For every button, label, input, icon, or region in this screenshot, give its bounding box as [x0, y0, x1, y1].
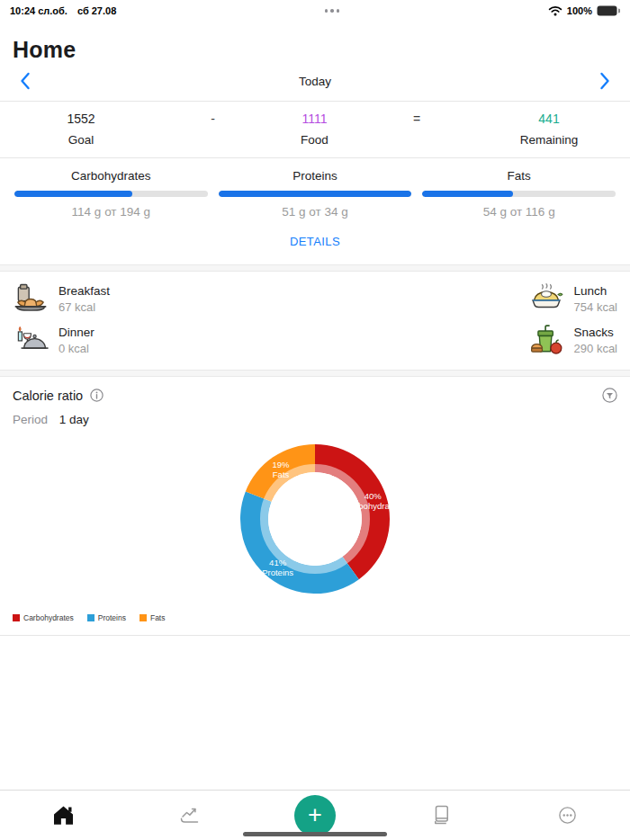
section-divider — [0, 264, 630, 272]
add-button[interactable]: + — [294, 795, 336, 836]
calorie-ratio-donut-chart: 40%Carbohydrates41%Proteins19%Fats — [226, 430, 404, 608]
tab-bar: + — [0, 790, 630, 840]
legend-swatch — [140, 614, 147, 621]
battery-percent: 100% — [567, 5, 592, 16]
fats-progress-bar — [422, 191, 616, 197]
battery-icon — [597, 5, 620, 16]
lunch-icon — [528, 281, 564, 316]
calorie-ratio-card: Calorie ratio Period 1 day 40%Carbohydra… — [0, 377, 630, 636]
calorie-summary: 1552 Goal - 1111 Food = 441 Remaining — [0, 102, 630, 158]
legend-swatch — [87, 614, 94, 621]
status-date: сб 27.08 — [77, 5, 116, 16]
food-value: 1111 — [264, 112, 365, 127]
meals-grid: Breakfast 67 kcal Lunch 754 kcal — [0, 272, 630, 370]
meal-breakfast[interactable]: Breakfast 67 kcal — [13, 281, 315, 316]
dinner-icon — [13, 323, 49, 357]
wifi-icon — [548, 5, 562, 16]
chart-settings-icon[interactable] — [602, 388, 617, 403]
donut-hole — [268, 472, 362, 566]
page-title: Home — [13, 37, 617, 63]
remaining-cell: 441 Remaining — [468, 112, 630, 147]
calorie-ratio-title: Calorie ratio — [13, 389, 83, 403]
meal-snacks[interactable]: Snacks 290 kcal — [315, 323, 617, 357]
tab-more[interactable] — [504, 791, 630, 840]
empty-area — [0, 636, 630, 790]
plus-icon: + — [308, 803, 322, 827]
legend-label: Carbohydrates — [23, 613, 74, 622]
breakfast-icon — [13, 281, 49, 316]
minus-operator: - — [162, 112, 264, 147]
proteins-progress-bar — [219, 191, 412, 197]
macro-progress-row: Carbohydrates 114 g от 194 g Proteins 51… — [0, 158, 630, 219]
period-value[interactable]: 1 day — [59, 413, 89, 426]
meal-dinner[interactable]: Dinner 0 kcal — [13, 323, 315, 357]
chevron-left-icon[interactable] — [20, 72, 31, 90]
current-date-label[interactable]: Today — [299, 75, 331, 88]
legend-item-fats: Fats — [140, 613, 166, 622]
legend-label: Proteins — [98, 613, 126, 622]
food-cell: 1111 Food — [264, 112, 365, 147]
meal-lunch[interactable]: Lunch 754 kcal — [315, 281, 617, 316]
date-navigation: Today — [0, 65, 630, 102]
tab-home[interactable] — [0, 791, 126, 840]
home-icon — [51, 803, 76, 827]
page-header: Home — [0, 22, 630, 65]
macro-fats: Fats 54 g от 116 g — [422, 169, 616, 219]
goal-label: Goal — [0, 133, 162, 147]
food-label: Food — [264, 133, 365, 147]
status-time: 10:24 сл.об. — [10, 5, 68, 16]
tab-diary[interactable] — [378, 791, 504, 840]
carbohydrates-progress-bar — [14, 191, 208, 197]
remaining-value: 441 — [468, 112, 630, 127]
legend-item-carbohydrates: Carbohydrates — [13, 613, 74, 622]
legend-item-proteins: Proteins — [87, 613, 126, 622]
equals-operator: = — [365, 112, 468, 147]
multitasking-dots-icon[interactable] — [325, 9, 340, 13]
chart-legend: CarbohydratesProteinsFats — [13, 608, 617, 630]
tab-statistics[interactable] — [126, 791, 252, 840]
goal-value: 1552 — [0, 112, 162, 127]
details-link[interactable]: DETAILS — [290, 235, 340, 248]
legend-swatch — [13, 614, 20, 621]
section-divider — [0, 370, 630, 377]
donut-label: 19%Fats — [273, 460, 291, 480]
snacks-icon — [528, 323, 564, 357]
goal-cell: 1552 Goal — [0, 112, 162, 147]
remaining-label: Remaining — [468, 133, 630, 147]
status-bar: 10:24 сл.об. сб 27.08 100% — [0, 0, 630, 22]
home-indicator[interactable] — [243, 832, 387, 836]
macro-proteins: Proteins 51 g от 34 g — [219, 169, 412, 219]
macro-carbohydrates: Carbohydrates 114 g от 194 g — [14, 169, 208, 219]
more-icon — [555, 803, 580, 827]
line-chart-icon — [177, 803, 202, 827]
info-icon[interactable] — [90, 389, 104, 402]
book-icon — [429, 803, 454, 827]
chevron-right-icon[interactable] — [599, 72, 610, 90]
period-label: Period — [13, 413, 48, 426]
legend-label: Fats — [150, 613, 166, 622]
